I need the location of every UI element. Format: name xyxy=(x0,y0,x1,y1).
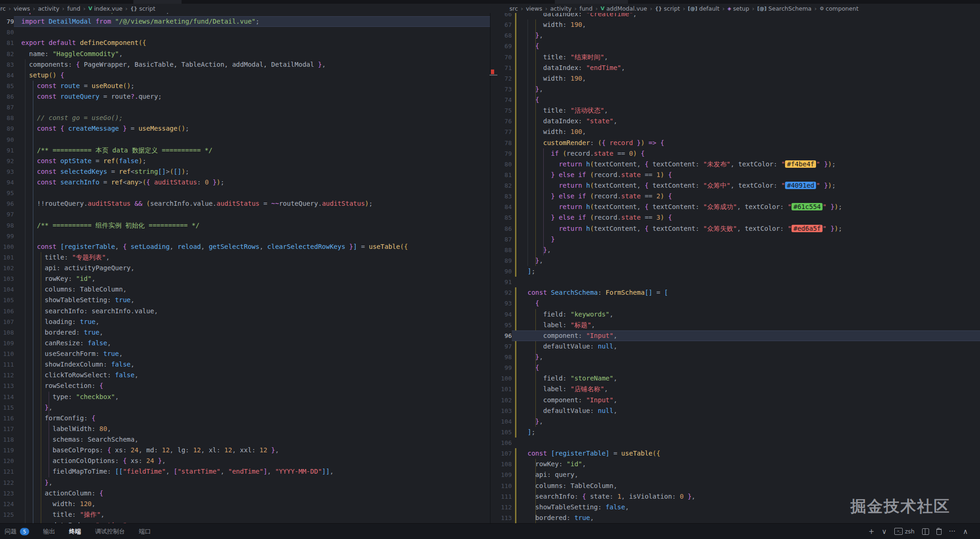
code-line-121[interactable]: 121 fieldMapToTime: [["fieldTime", ["sta… xyxy=(0,466,490,477)
code-line-83[interactable]: 83 components: { PageWrapper, BasicTable… xyxy=(0,59,490,70)
code-line-105[interactable]: 105 showTableSetting: true, xyxy=(0,295,490,305)
line-number[interactable]: 121 xyxy=(0,466,14,477)
code-line-108[interactable]: 108 bordered: true, xyxy=(0,327,490,338)
code-line-84[interactable]: 84 setup() { xyxy=(0,70,490,81)
line-number[interactable]: 120 xyxy=(0,456,14,466)
line-number[interactable]: 89 xyxy=(490,255,512,266)
code-line-75[interactable]: 75 title: "活动状态", xyxy=(490,105,980,116)
code-line-88[interactable]: 88 // const go = useGo(); xyxy=(0,113,490,123)
line-number[interactable]: 80 xyxy=(0,27,14,38)
line-number[interactable]: 123 xyxy=(0,488,14,499)
code-line-87[interactable]: 87 } xyxy=(490,234,980,245)
breadcrumb-item-component[interactable]: ⚙component xyxy=(819,5,858,12)
color-swatch[interactable]: #f4be4f xyxy=(785,160,816,168)
line-number[interactable]: 68 xyxy=(490,30,512,41)
line-number[interactable]: 98 xyxy=(0,220,14,231)
line-number[interactable]: 73 xyxy=(490,84,512,95)
color-swatch[interactable]: #4091ed xyxy=(785,182,816,189)
line-number[interactable]: 67 xyxy=(490,19,512,30)
line-number[interactable]: 86 xyxy=(0,91,14,102)
line-number[interactable]: 122 xyxy=(0,477,14,488)
line-number[interactable]: 79 xyxy=(0,16,14,27)
line-number[interactable]: 70 xyxy=(490,52,512,63)
code-line-89[interactable]: 89 const { createMessage } = useMessage(… xyxy=(0,123,490,134)
line-number[interactable]: 106 xyxy=(0,306,14,317)
code-line-110[interactable]: 110 columns: TableColumn, xyxy=(490,481,980,491)
code-line-79[interactable]: 79 if (record.state == 0) { xyxy=(490,148,980,159)
line-number[interactable]: 86 xyxy=(490,223,512,234)
code-line-104[interactable]: 104 columns: TableColumn, xyxy=(0,284,490,295)
line-number[interactable]: 76 xyxy=(490,116,512,127)
line-number[interactable]: 107 xyxy=(0,317,14,327)
breadcrumb-item-activity[interactable]: activity xyxy=(550,5,572,12)
line-number[interactable]: 85 xyxy=(490,212,512,223)
breadcrumb-item-fund[interactable]: fund xyxy=(67,5,80,12)
line-number[interactable]: 89 xyxy=(0,123,14,134)
line-number[interactable]: 99 xyxy=(0,231,14,241)
code-line-106[interactable]: 106 xyxy=(490,438,980,448)
panel-tab-输出[interactable]: 输出 xyxy=(43,527,55,536)
code-line-69[interactable]: 69 { xyxy=(490,41,980,51)
code-line-100[interactable]: 100 const [registerTable, { setLoading, … xyxy=(0,241,490,252)
color-swatch[interactable]: #61c554 xyxy=(792,203,823,210)
line-number[interactable]: 99 xyxy=(490,362,512,373)
code-line-97[interactable]: 97 defaultValue: null, xyxy=(490,341,980,352)
code-line-68[interactable]: 68 }, xyxy=(490,30,980,41)
code-line-88[interactable]: 88 }, xyxy=(490,245,980,255)
code-line-90[interactable]: 90]; xyxy=(490,266,980,277)
line-number[interactable]: 102 xyxy=(0,263,14,273)
line-number[interactable]: 97 xyxy=(0,209,14,220)
scrollbar-handle[interactable] xyxy=(490,75,497,76)
line-number[interactable]: 78 xyxy=(0,13,14,16)
panel-tab-问题[interactable]: 问题5 xyxy=(5,527,29,536)
code-line-105[interactable]: 105]; xyxy=(490,427,980,438)
line-number[interactable]: 81 xyxy=(490,170,512,180)
code-line-90[interactable]: 90 xyxy=(0,134,490,145)
shell-icon[interactable]: >_zsh xyxy=(894,528,915,535)
code-line-114[interactable]: 114 type: "checkbox", xyxy=(0,392,490,402)
code-line-120[interactable]: 120 actionColOptions: { xs: 24 }, xyxy=(0,456,490,466)
code-line-99[interactable]: 99 { xyxy=(490,362,980,373)
line-number[interactable]: 85 xyxy=(0,81,14,91)
more-actions-icon[interactable]: ··· xyxy=(949,527,955,536)
line-number[interactable]: 107 xyxy=(490,448,512,459)
code-line-86[interactable]: 86 return h(textContent, { textContent: … xyxy=(490,223,980,234)
code-line-79[interactable]: 79import DetailModal from "/@/views/mark… xyxy=(0,16,490,27)
line-number[interactable]: 92 xyxy=(490,287,512,298)
code-line-91[interactable]: 91 /** ========== 本页 data 数据定义 =========… xyxy=(0,145,490,156)
line-number[interactable]: 112 xyxy=(490,502,512,513)
line-number[interactable]: 97 xyxy=(490,341,512,352)
line-number[interactable]: 80 xyxy=(490,159,512,170)
code-line-96[interactable]: 96 component: "Input", xyxy=(490,330,980,341)
code-line-74[interactable]: 74 { xyxy=(490,95,980,105)
code-line-117[interactable]: 117 labelWidth: 80, xyxy=(0,424,490,434)
code-line-80[interactable]: 80 xyxy=(0,27,490,38)
editor-pane-right[interactable]: 66 dataIndex: "createTime",67 width: 190… xyxy=(490,13,980,524)
line-number[interactable]: 90 xyxy=(490,266,512,277)
line-number[interactable]: 96 xyxy=(490,330,512,341)
code-line-95[interactable]: 95 label: "标题", xyxy=(490,320,980,330)
code-line-106[interactable]: 106 searchInfo: searchInfo.value, xyxy=(0,306,490,317)
editor-pane-left[interactable]: 78import addModal from "./addModal.vue";… xyxy=(0,13,490,524)
code-line-83[interactable]: 83 } else if (record.state == 2) { xyxy=(490,191,980,202)
code-line-119[interactable]: 119 baseColProps: { xs: 24, md: 12, lg: … xyxy=(0,445,490,456)
line-number[interactable]: 84 xyxy=(0,70,14,81)
tab-addmodal-vue[interactable] xyxy=(555,0,628,4)
line-number[interactable]: 83 xyxy=(490,191,512,202)
line-number[interactable]: 102 xyxy=(490,395,512,406)
code-line-111[interactable]: 111 showIndexColumn: false, xyxy=(0,359,490,370)
line-number[interactable]: 93 xyxy=(490,298,512,309)
code-line-97[interactable]: 97 xyxy=(0,209,490,220)
code-line-89[interactable]: 89 }, xyxy=(490,255,980,266)
line-number[interactable]: 116 xyxy=(0,413,14,424)
breadcrumb-item-fund[interactable]: fund xyxy=(579,5,592,12)
line-number[interactable]: 88 xyxy=(490,245,512,255)
code-line-84[interactable]: 84 return h(textContent, { textContent: … xyxy=(490,202,980,212)
code-line-86[interactable]: 86 const routeQuery = route?.query; xyxy=(0,91,490,102)
line-number[interactable]: 114 xyxy=(0,392,14,402)
line-number[interactable]: 108 xyxy=(0,327,14,338)
code-line-123[interactable]: 123 actionColumn: { xyxy=(0,488,490,499)
code-line-91[interactable]: 91 xyxy=(490,277,980,287)
line-number[interactable]: 77 xyxy=(490,127,512,137)
code-line-80[interactable]: 80 return h(textContent, { textContent: … xyxy=(490,159,980,170)
